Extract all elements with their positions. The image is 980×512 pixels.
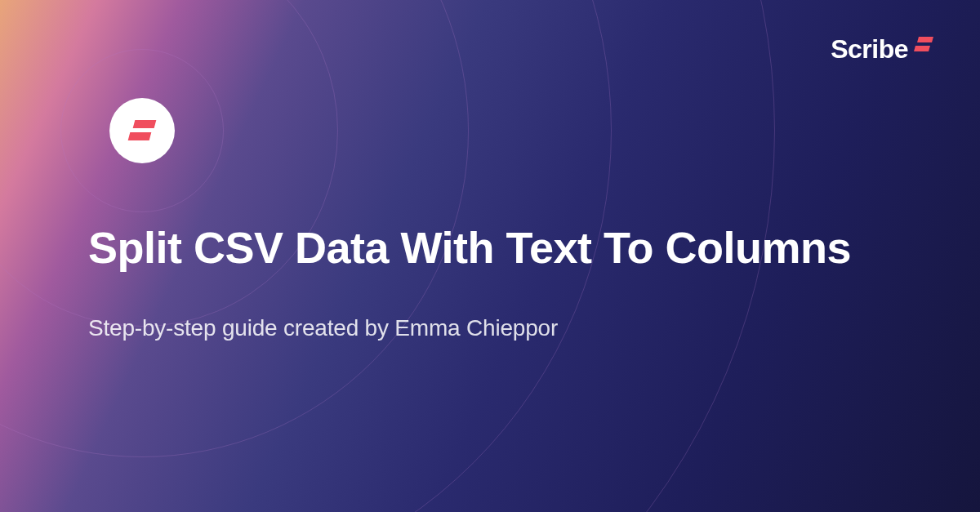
scribe-mark-icon <box>913 36 934 54</box>
brand-name: Scribe <box>831 34 908 65</box>
card-title: Split CSV Data With Text To Columns <box>88 220 931 276</box>
card-content: Split CSV Data With Text To Columns Step… <box>88 220 931 341</box>
app-icon-badge <box>109 98 175 163</box>
card-subtitle: Step-by-step guide created by Emma Chiep… <box>88 315 931 341</box>
scribe-mark-icon <box>127 118 157 143</box>
brand-logo: Scribe <box>831 34 934 65</box>
